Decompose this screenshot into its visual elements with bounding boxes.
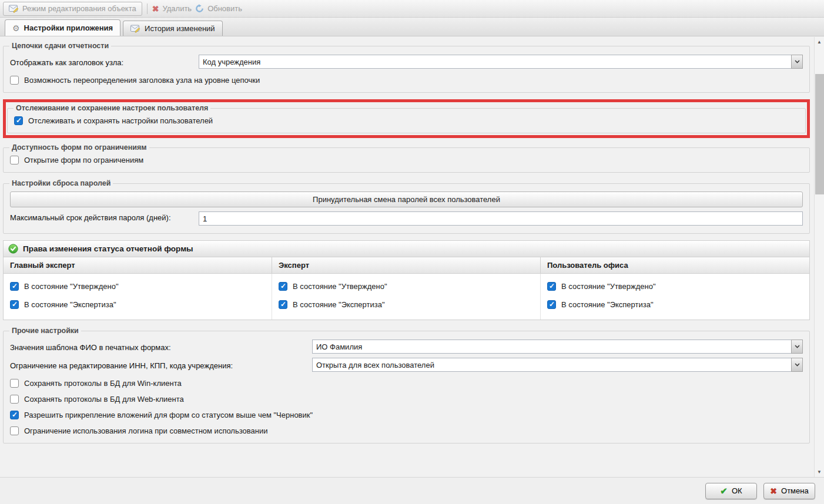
status-rights-grid-body: В состояние "Утверждено" В состояние "Эк… — [4, 274, 809, 320]
tab-app-settings[interactable]: ⚙ Настройки приложения — [5, 19, 120, 36]
allow-attachments-checkbox[interactable] — [10, 411, 19, 419]
delete-button[interactable]: ✖ Удалить — [152, 2, 192, 16]
override-node-header-checkbox[interactable] — [10, 76, 19, 85]
scroll-down-icon[interactable]: ▼ — [815, 467, 824, 477]
checkbox-label: В состояние "Утверждено" — [24, 282, 119, 291]
checkbox-row[interactable]: В состояние "Экспертиза" — [279, 297, 534, 313]
section-user-settings-tracking-title: Отслеживание и сохранение настроек польз… — [14, 104, 210, 112]
delete-x-icon: ✖ — [152, 5, 159, 13]
toolbar-separator — [147, 4, 148, 14]
edit-mode-button[interactable]: Режим редактирования объекта — [3, 2, 142, 16]
section-form-access-title: Доступность форм по ограничениям — [9, 143, 149, 152]
envelope-edit-icon — [9, 5, 19, 13]
node-header-combobox[interactable]: Код учреждения — [199, 55, 803, 69]
open-forms-restrictions-label: Открытие форм по ограничениям — [24, 156, 143, 164]
login-restriction-label: Ограничение использования логина при сов… — [24, 426, 267, 435]
login-restriction-checkbox-row[interactable]: Ограничение использования логина при сов… — [10, 423, 803, 439]
checkbox-row[interactable]: В состояние "Экспертиза" — [547, 297, 803, 313]
section-other-settings-title: Прочие настройки — [9, 327, 81, 335]
column-header-chief-expert: Главный эксперт — [4, 257, 272, 273]
section-password-reset-title: Настройки сброса паролей — [9, 179, 113, 187]
chevron-down-icon[interactable] — [791, 55, 803, 69]
scrollbar-thumb[interactable] — [815, 74, 824, 194]
inn-edit-restriction-combobox-value: Открыта для всех пользователей — [312, 358, 791, 372]
status-rights-header: Права изменения статуса отчетной формы — [3, 240, 810, 257]
ok-label: ОК — [732, 486, 742, 495]
checkbox-row[interactable]: В состояние "Экспертиза" — [10, 297, 265, 313]
expertise-state-checkbox[interactable] — [547, 300, 556, 309]
section-user-settings-tracking: Отслеживание и сохранение настроек польз… — [7, 104, 806, 133]
checkbox-row[interactable]: В состояние "Утверждено" — [10, 278, 265, 294]
footer-bar: ✔ ОК ✖ Отмена — [0, 477, 824, 504]
override-node-header-label: Возможность переопределения заголовка уз… — [24, 76, 260, 85]
tab-bar: ⚙ Настройки приложения История изменений — [0, 18, 824, 36]
max-password-age-input[interactable]: 1 — [199, 211, 803, 226]
allow-attachments-label: Разрешить прикрепление вложений для форм… — [24, 411, 313, 419]
checkbox-label: В состояние "Экспертиза" — [293, 300, 385, 309]
track-save-settings-checkbox[interactable] — [14, 116, 23, 125]
approved-state-checkbox[interactable] — [279, 282, 287, 291]
save-protocols-web-checkbox-row[interactable]: Сохранять протоколы в БД для Web-клиента — [10, 391, 803, 407]
expertise-state-checkbox[interactable] — [10, 300, 19, 309]
open-forms-restrictions-checkbox[interactable] — [10, 156, 19, 164]
fio-template-combobox[interactable]: ИО Фамилия — [312, 340, 803, 354]
status-rights-title: Права изменения статуса отчетной формы — [23, 244, 193, 253]
cancel-label: Отмена — [781, 486, 809, 495]
edit-mode-label: Режим редактирования объекта — [22, 4, 136, 13]
tab-change-history[interactable]: История изменений — [123, 21, 223, 36]
cancel-button[interactable]: ✖ Отмена — [763, 483, 815, 499]
check-icon: ✔ — [720, 486, 728, 495]
checkbox-row[interactable]: В состояние "Утверждено" — [547, 278, 803, 294]
refresh-button[interactable]: Обновить — [195, 2, 242, 16]
fio-template-combobox-value: ИО Фамилия — [312, 340, 791, 354]
x-icon: ✖ — [770, 487, 777, 495]
fio-template-row: Значения шаблона ФИО в печатных формах: … — [10, 340, 803, 354]
section-other-settings: Прочие настройки Значения шаблона ФИО в … — [3, 327, 810, 443]
track-save-settings-checkbox-row[interactable]: Отслеживать и сохранять настройки пользо… — [14, 113, 799, 129]
ok-button[interactable]: ✔ ОК — [705, 483, 757, 499]
save-protocols-win-label: Сохранять протоколы в БД для Win-клиента — [24, 379, 182, 388]
save-protocols-win-checkbox-row[interactable]: Сохранять протоколы в БД для Win-клиента — [10, 375, 803, 391]
expert-cell: В состояние "Утверждено" В состояние "Эк… — [272, 274, 541, 320]
envelope-history-icon — [130, 25, 140, 33]
allow-attachments-checkbox-row[interactable]: Разрешить прикрепление вложений для форм… — [10, 407, 803, 423]
override-node-header-checkbox-row[interactable]: Возможность переопределения заголовка уз… — [10, 72, 803, 88]
inn-edit-restriction-combobox[interactable]: Открыта для всех пользователей — [312, 358, 803, 372]
open-forms-restrictions-checkbox-row[interactable]: Открытие форм по ограничениям — [10, 152, 803, 168]
app-window: Режим редактирования объекта ✖ Удалить О… — [0, 0, 824, 504]
checkbox-label: В состояние "Экспертиза" — [24, 300, 116, 309]
vertical-scrollbar[interactable]: ▲ ▼ — [814, 37, 824, 477]
chevron-down-icon[interactable] — [791, 358, 803, 372]
node-header-row: Отображать как заголовок узла: Код учреж… — [10, 55, 803, 69]
status-rights-grid-header: Главный эксперт Эксперт Пользователь офи… — [4, 257, 809, 274]
node-header-label: Отображать как заголовок узла: — [10, 56, 199, 67]
expertise-state-checkbox[interactable] — [279, 300, 287, 309]
scroll-up-icon[interactable]: ▲ — [815, 37, 824, 47]
column-header-expert: Эксперт — [272, 257, 541, 273]
chevron-down-icon[interactable] — [791, 340, 803, 354]
section-report-chains-title: Цепочки сдачи отчетности — [9, 42, 111, 50]
inn-edit-restriction-row: Ограничение на редактирование ИНН, КПП, … — [10, 358, 803, 372]
office-user-cell: В состояние "Утверждено" В состояние "Эк… — [541, 274, 809, 320]
approved-state-checkbox[interactable] — [547, 282, 556, 291]
section-form-access: Доступность форм по ограничениям Открыти… — [3, 143, 810, 173]
checkbox-label: В состояние "Экспертиза" — [561, 300, 654, 309]
status-rights-grid: Главный эксперт Эксперт Пользователь офи… — [3, 257, 810, 320]
approved-state-checkbox[interactable] — [10, 282, 19, 291]
track-save-settings-label: Отслеживать и сохранять настройки пользо… — [28, 116, 213, 125]
refresh-icon — [195, 4, 204, 13]
refresh-label: Обновить — [207, 4, 242, 13]
login-restriction-checkbox[interactable] — [10, 426, 19, 435]
gear-icon: ⚙ — [12, 24, 20, 32]
save-protocols-win-checkbox[interactable] — [10, 379, 19, 388]
force-password-change-button[interactable]: Принудительная смена паролей всех пользо… — [10, 191, 803, 207]
checkbox-row[interactable]: В состояние "Утверждено" — [279, 278, 534, 294]
fio-template-label: Значения шаблона ФИО в печатных формах: — [10, 341, 312, 352]
chief-expert-cell: В состояние "Утверждено" В состояние "Эк… — [4, 274, 272, 320]
settings-panel: Цепочки сдачи отчетности Отображать как … — [0, 36, 824, 477]
section-report-chains: Цепочки сдачи отчетности Отображать как … — [3, 42, 810, 93]
save-protocols-web-checkbox[interactable] — [10, 395, 19, 404]
section-password-reset: Настройки сброса паролей Принудительная … — [3, 179, 810, 234]
tab-change-history-label: История изменений — [145, 24, 215, 33]
node-header-combobox-value: Код учреждения — [199, 55, 791, 69]
